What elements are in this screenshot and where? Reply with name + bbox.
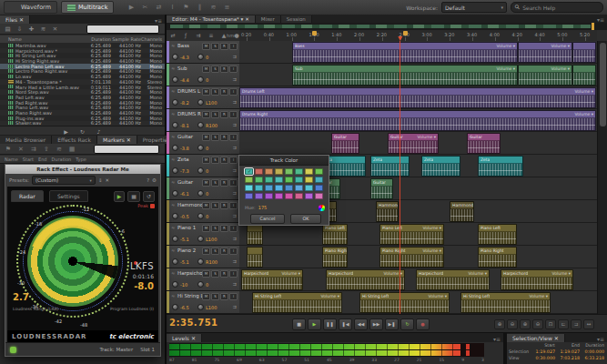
delete-marker-icon[interactable]: ✕ <box>16 146 25 153</box>
track-monitor-button[interactable]: I <box>229 43 238 50</box>
track-color-stripe[interactable] <box>167 223 169 246</box>
track-io-icon[interactable]: ⇉ <box>233 304 237 309</box>
track-solo-button[interactable]: S <box>211 111 219 118</box>
track-color-stripe[interactable] <box>167 132 169 155</box>
tab-session[interactable]: Session <box>281 15 312 23</box>
preview-play-icon[interactable]: ▶ <box>62 128 71 135</box>
clip-volume-badge[interactable]: Volume ▾ <box>575 112 593 116</box>
waveform-view-button[interactable]: Waveform <box>4 1 57 14</box>
color-swatch[interactable] <box>295 193 303 199</box>
preview-loop-icon[interactable]: ↻ <box>78 128 87 135</box>
track-lane[interactable]: Hi String LeftVolume ▾Hi String LeftVolu… <box>239 291 597 314</box>
column-end[interactable]: End <box>34 157 47 162</box>
track-monitor-button[interactable]: I <box>229 66 238 73</box>
save-preset-icon[interactable]: ⇓ <box>98 177 103 183</box>
timeline-marker-icon[interactable] <box>403 31 408 35</box>
audio-clip[interactable]: Guitar <box>370 178 393 199</box>
track-mute-button[interactable]: M <box>202 111 210 118</box>
delete-file-icon[interactable]: ✕ <box>51 25 59 33</box>
time-value[interactable]: 1:19.027 <box>555 349 580 354</box>
vertical-scrollbar[interactable] <box>597 41 607 314</box>
color-swatch[interactable] <box>305 168 313 175</box>
panel-menu-icon[interactable]: ▾≡ <box>597 336 604 342</box>
color-swatch[interactable] <box>275 177 283 183</box>
track-arm-button[interactable]: R <box>220 66 228 73</box>
audio-clip[interactable]: Guitar <box>331 133 359 154</box>
track-color-stripe[interactable] <box>167 109 169 132</box>
audio-clip[interactable]: Zeta <box>370 156 410 177</box>
color-swatch[interactable] <box>245 177 253 183</box>
track-monitor-button[interactable]: I <box>229 202 238 209</box>
track-header[interactable]: ≈ZetaMSRI-7.30⇉ <box>167 155 239 177</box>
track-name[interactable]: DRUMS R <box>177 111 201 116</box>
track-monitor-button[interactable]: I <box>229 293 238 300</box>
track-solo-button[interactable]: S <box>211 248 219 255</box>
pan-value[interactable]: 0 <box>206 146 208 151</box>
snap-icon[interactable]: ∥ <box>195 4 204 11</box>
color-swatch[interactable] <box>265 193 273 199</box>
volume-value[interactable]: -10 <box>180 282 187 288</box>
audio-clip[interactable]: HarpsichordVolume ▾ <box>241 269 303 290</box>
tab-levels[interactable]: Levels ✕ <box>167 334 202 342</box>
audio-clip[interactable]: Hammond <box>376 201 399 222</box>
properties-icon[interactable]: ≡ <box>222 4 231 11</box>
track-io-icon[interactable]: ⇉ <box>233 167 237 173</box>
time-value[interactable]: 1:19.027 <box>531 349 555 354</box>
track-mute-button[interactable]: M <box>202 43 210 50</box>
audio-clip[interactable]: Hi String LeftVolume ▾ <box>359 292 450 313</box>
zoom-in-v-button[interactable]: ⊕ <box>520 319 531 329</box>
track-arm-button[interactable]: R <box>220 270 228 278</box>
track-arm-button[interactable]: R <box>220 157 228 164</box>
track-io-icon[interactable]: ⇉ <box>233 76 237 82</box>
volume-knob[interactable] <box>172 99 178 106</box>
clip-volume-badge[interactable]: Volume ▾ <box>423 226 441 230</box>
track-arm-button[interactable]: R <box>220 202 228 209</box>
clip-volume-badge[interactable]: Volume ▾ <box>469 271 487 276</box>
color-swatch[interactable] <box>305 177 313 183</box>
tab-markers[interactable]: Markers ✕ <box>97 136 137 144</box>
clip-volume-badge[interactable]: Volume ▾ <box>552 271 571 276</box>
pan-knob[interactable] <box>197 54 204 60</box>
track-lane[interactable]: HarpsichordVolume ▾HarpsichordVolume ▾Ha… <box>239 268 597 291</box>
pan-knob[interactable] <box>197 304 204 310</box>
markers-column-header[interactable]: NameStartEndDurationType <box>0 156 165 164</box>
track-lane[interactable]: BassVolume ▾Volume ▾ <box>239 41 597 64</box>
audio-clip[interactable]: Piano Left <box>322 224 348 245</box>
dialog-title[interactable]: Track Color <box>239 156 329 166</box>
track-solo-button[interactable]: S <box>211 202 219 209</box>
razor-tool-icon[interactable]: ✂ <box>140 4 149 11</box>
color-swatch[interactable] <box>275 185 283 191</box>
pan-value[interactable]: 0 <box>206 77 208 83</box>
track-mute-button[interactable]: M <box>202 66 210 73</box>
tab-effects-rack[interactable]: Effects Rack <box>52 136 97 144</box>
effect-power-toggle[interactable] <box>10 347 16 353</box>
track-mute-button[interactable]: M <box>202 248 210 255</box>
audio-clip[interactable]: Hi String LeftVolume ▾ <box>460 292 551 313</box>
track-lane[interactable]: GuitarGuitarVolume ▾Guitar <box>239 132 597 155</box>
track-io-icon[interactable]: ⇉ <box>233 213 237 218</box>
timeline-ruler[interactable]: 0:200:401:001:201:402:002:202:403:003:20… <box>239 30 597 41</box>
mixdown-icon[interactable]: ≋ <box>208 4 218 11</box>
track-mute-button[interactable]: M <box>202 179 210 187</box>
volume-knob[interactable] <box>172 190 178 197</box>
color-swatch[interactable] <box>255 193 263 199</box>
color-swatch[interactable] <box>285 193 293 199</box>
audio-clip[interactable]: HarpsichordVolume ▾ <box>501 269 573 290</box>
audio-clip[interactable]: Drums RightVolume ▾ <box>239 110 596 131</box>
track-mute-button[interactable]: M <box>202 225 210 232</box>
clip-volume-badge[interactable]: Volume ▾ <box>575 89 593 94</box>
tab-editor[interactable]: Editor: M4 - Tosantospana* ▾ ✕ <box>167 15 256 23</box>
batch-icon[interactable]: ▦ <box>67 146 76 153</box>
audio-clip[interactable]: Piano LeftVolume ▾ <box>379 224 444 245</box>
track-header[interactable]: ≈HarpsichordMSRI-100⇉ <box>167 268 239 291</box>
track-color-stripe[interactable] <box>167 246 169 268</box>
track-color-stripe[interactable] <box>167 268 169 291</box>
clip-volume-badge[interactable]: Volume ▾ <box>423 248 441 253</box>
pan-value[interactable]: L100 <box>206 237 217 242</box>
color-swatch[interactable] <box>315 168 323 175</box>
zoom-in-h-button[interactable]: ⊕ <box>494 319 505 329</box>
volume-knob[interactable] <box>172 167 178 174</box>
preview-autoplay-icon[interactable]: ♪ <box>95 128 104 135</box>
pan-knob[interactable] <box>197 76 204 83</box>
add-marker-icon[interactable]: ⚑ <box>4 146 13 153</box>
